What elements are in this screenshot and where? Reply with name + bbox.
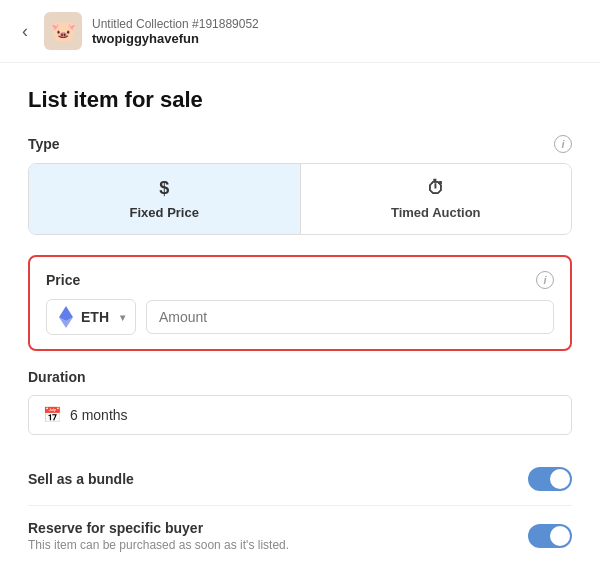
reserve-buyer-sub: This item can be purchased as soon as it… [28,538,289,552]
eth-icon [57,308,75,326]
fixed-price-label: Fixed Price [130,205,199,220]
collection-info: Untitled Collection #191889052 twopiggyh… [92,17,259,46]
fixed-price-icon: $ [159,178,169,199]
price-input-row: ETH ▾ [46,299,554,335]
reserve-buyer-label-group: Reserve for specific buyer This item can… [28,520,289,552]
type-option-fixed[interactable]: $ Fixed Price [29,164,300,234]
type-section-label: Type i [28,135,572,153]
type-info-icon[interactable]: i [554,135,572,153]
type-selector: $ Fixed Price ⏱ Timed Auction [28,163,572,235]
price-section: Price i ETH ▾ [28,255,572,351]
timed-auction-label: Timed Auction [391,205,481,220]
collection-title: Untitled Collection #191889052 [92,17,259,31]
main-content: List item for sale Type i $ Fixed Price … [0,63,600,561]
collection-name: twopiggyhavefun [92,31,259,46]
duration-section: Duration 📅 6 months [28,369,572,435]
reserve-buyer-section: Reserve for specific buyer This item can… [28,506,572,561]
price-info-icon[interactable]: i [536,271,554,289]
calendar-icon: 📅 [43,406,62,424]
back-button[interactable]: ‹ [16,20,34,42]
selected-currency: ETH [81,309,109,325]
reserve-buyer-label: Reserve for specific buyer [28,520,289,536]
sell-bundle-section: Sell as a bundle [28,453,572,506]
timed-auction-icon: ⏱ [427,178,445,199]
amount-input[interactable] [146,300,554,334]
type-option-timed[interactable]: ⏱ Timed Auction [301,164,572,234]
sell-bundle-label: Sell as a bundle [28,471,134,487]
top-bar: ‹ 🐷 Untitled Collection #191889052 twopi… [0,0,600,63]
duration-input[interactable]: 📅 6 months [28,395,572,435]
collection-thumbnail: 🐷 [44,12,82,50]
price-label: Price [46,272,80,288]
duration-label: Duration [28,369,572,385]
currency-chevron-icon: ▾ [120,312,125,323]
currency-select[interactable]: ETH ▾ [46,299,136,335]
sell-bundle-toggle[interactable] [528,467,572,491]
page-title: List item for sale [28,87,572,113]
reserve-buyer-toggle[interactable] [528,524,572,548]
duration-value: 6 months [70,407,128,423]
sell-bundle-label-group: Sell as a bundle [28,471,134,487]
